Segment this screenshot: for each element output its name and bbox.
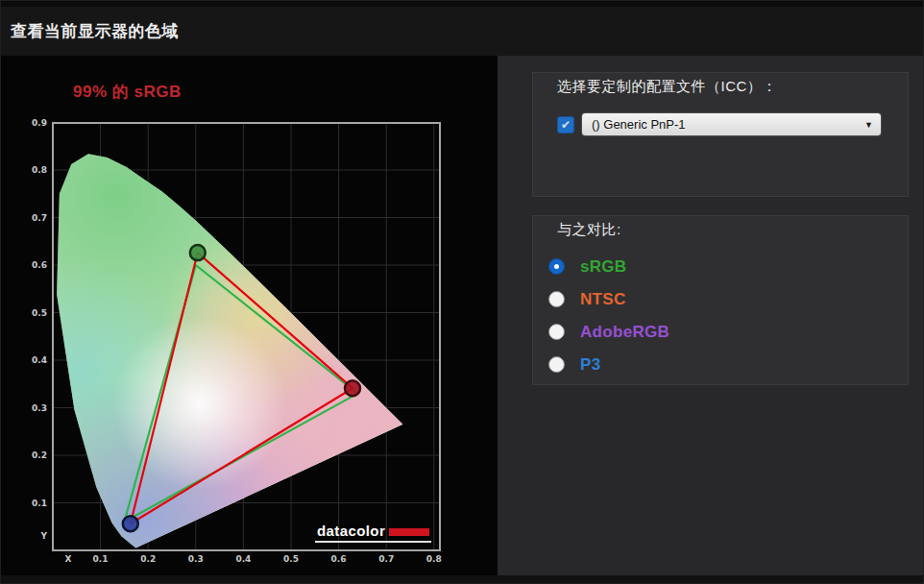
radio-srgb[interactable] xyxy=(548,258,565,275)
y-tick-label: 0.5 xyxy=(32,308,47,318)
x-tick-label: 0.7 xyxy=(378,554,394,564)
radio-ntsc[interactable] xyxy=(548,291,565,307)
primary-marker xyxy=(190,245,206,260)
radio-adobergb[interactable] xyxy=(548,324,565,340)
icc-profile-dropdown-value: () Generic PnP-1 xyxy=(592,117,686,132)
x-tick-label: 0.4 xyxy=(235,554,251,564)
app-window: 查看当前显示器的色域 99% 的 sRGB xyxy=(0,0,924,584)
cie-chromaticity-chart: 0.10.20.30.40.50.60.70.8X0.10.20.30.40.5… xyxy=(1,56,498,576)
datacolor-logo-bar xyxy=(389,528,429,536)
radio-adobergb-label[interactable]: AdobeRGB xyxy=(580,323,669,342)
radio-srgb-label[interactable]: sRGB xyxy=(580,257,626,277)
x-tick-label: 0.1 xyxy=(93,554,109,564)
title-bar: 查看当前显示器的色域 xyxy=(1,1,923,56)
radio-p3[interactable] xyxy=(548,356,565,373)
check-icon: ✔ xyxy=(561,119,571,131)
page-title: 查看当前显示器的色域 xyxy=(1,20,179,42)
compare-label: 与之对比: xyxy=(557,221,621,239)
x-tick-label: 0.2 xyxy=(140,554,156,564)
main-content: 99% 的 sRGB xyxy=(1,56,923,575)
settings-panel: 选择要定制的配置文件（ICC）： ✔ () Generic PnP-1 ▼ 与之… xyxy=(498,56,923,575)
chart-area: 99% 的 sRGB xyxy=(1,56,498,575)
icc-profile-dropdown[interactable]: () Generic PnP-1 ▼ xyxy=(581,112,882,136)
x-tick-label: 0.5 xyxy=(283,554,299,564)
radio-ntsc-label[interactable]: NTSC xyxy=(580,290,625,309)
y-axis-label: Y xyxy=(39,531,47,541)
datacolor-logo-text: datacolor xyxy=(317,523,385,538)
y-tick-label: 0.9 xyxy=(32,118,47,128)
icc-profile-checkbox[interactable]: ✔ xyxy=(557,116,574,134)
compare-group: 与之对比: sRGB NTSC AdobeRGB xyxy=(532,215,909,385)
radio-row-adobergb[interactable]: AdobeRGB xyxy=(548,322,669,342)
y-tick-label: 0.3 xyxy=(32,403,47,413)
datacolor-logo: datacolor xyxy=(315,523,431,543)
y-tick-label: 0.1 xyxy=(32,499,47,508)
y-tick-label: 0.4 xyxy=(32,355,47,365)
primary-marker xyxy=(345,380,360,396)
x-axis-label: X xyxy=(65,554,72,564)
primary-marker xyxy=(123,516,138,531)
y-tick-label: 0.8 xyxy=(32,165,47,175)
y-tick-label: 0.7 xyxy=(32,213,47,223)
y-tick-label: 0.2 xyxy=(32,450,47,460)
radio-row-p3[interactable]: P3 xyxy=(548,354,669,375)
y-tick-label: 0.6 xyxy=(32,260,47,270)
icc-profile-row: ✔ () Generic PnP-1 ▼ xyxy=(557,112,882,136)
icc-profile-group: 选择要定制的配置文件（ICC）： ✔ () Generic PnP-1 ▼ xyxy=(532,72,909,197)
radio-p3-label[interactable]: P3 xyxy=(580,355,600,375)
x-tick-label: 0.8 xyxy=(426,554,442,564)
compare-options: sRGB NTSC AdobeRGB P3 xyxy=(548,256,669,375)
x-tick-label: 0.3 xyxy=(188,554,204,564)
spectral-locus-fill xyxy=(39,137,424,565)
chevron-down-icon: ▼ xyxy=(864,120,873,130)
radio-row-ntsc[interactable]: NTSC xyxy=(548,289,669,309)
window-bottom-edge xyxy=(1,575,923,583)
radio-row-srgb[interactable]: sRGB xyxy=(548,256,669,277)
icc-profile-label: 选择要定制的配置文件（ICC）： xyxy=(557,78,777,96)
x-tick-label: 0.6 xyxy=(331,554,347,564)
